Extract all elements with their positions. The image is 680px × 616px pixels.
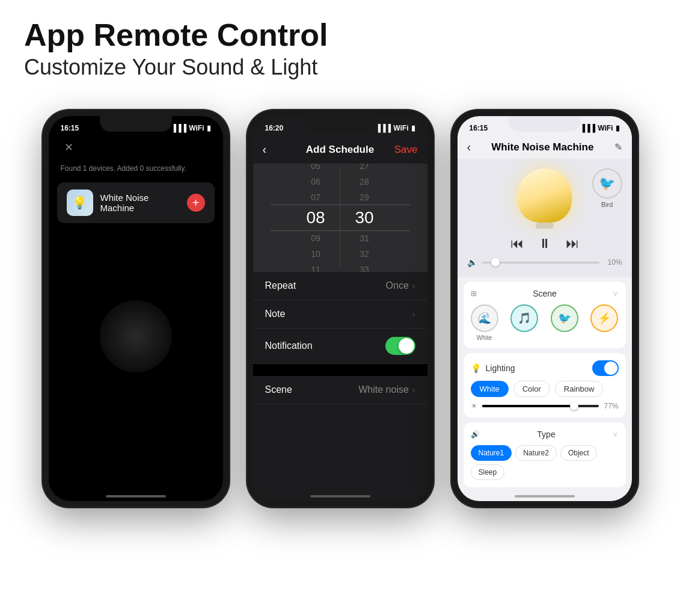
notch-2 [304, 116, 376, 132]
page-subtitle: Customize Your Sound & Light [24, 55, 656, 80]
min-29: 29 [340, 190, 388, 205]
signal-icon-2: ▐▐▐ [376, 124, 391, 132]
close-button[interactable]: ✕ [61, 139, 78, 156]
wifi-icon-2: WiFi [393, 124, 408, 132]
scene-label: Scene [265, 384, 359, 395]
repeat-chevron: › [412, 281, 415, 291]
notification-row[interactable]: Notification [253, 328, 427, 364]
back-button-2[interactable]: ‹ [263, 140, 272, 159]
type-buttons: Nature1 Nature2 Object Sleep [471, 445, 619, 480]
page-title: App Remote Control [24, 18, 656, 52]
dark-circle [100, 300, 172, 372]
color-buttons: White Color Rainbow [471, 381, 619, 397]
scene-white[interactable]: 🌊 White [471, 304, 498, 341]
home-indicator-3 [515, 495, 575, 497]
battery-icon: ▮ [207, 124, 211, 132]
phone-3: 16:15 ▐▐▐ WiFi ▮ ‹ White Noise Machine ✎ [452, 110, 638, 507]
volume-thumb [491, 258, 500, 266]
scene-3-icon: 🐦 [551, 304, 578, 332]
time-1: 16:15 [61, 124, 79, 132]
scene-white-label: White [477, 334, 492, 341]
phone3-screen: 16:15 ▐▐▐ WiFi ▮ ‹ White Noise Machine ✎ [458, 116, 632, 501]
lamp-base [536, 223, 554, 229]
scene-chevron: › [412, 385, 415, 395]
notch-1 [100, 116, 172, 132]
dark-area [49, 228, 223, 445]
edit-button[interactable]: ✎ [614, 141, 622, 153]
notification-label: Notification [265, 340, 385, 351]
signal-icon-3: ▐▐▐ [580, 124, 596, 132]
min-33: 33 [340, 262, 388, 272]
next-button[interactable]: ⏭ [566, 236, 579, 251]
brightness-row: ☀ 77% [471, 402, 619, 410]
prev-button[interactable]: ⏮ [510, 236, 524, 251]
repeat-row[interactable]: Repeat Once › [253, 272, 427, 300]
battery-icon-3: ▮ [616, 124, 620, 132]
phone-1-screen: 16:15 ▐▐▐ WiFi ▮ ✕ Found 1 devices. Adde… [49, 116, 223, 501]
scene-header: ⊞ Scene ∨ [471, 289, 619, 298]
scene-2[interactable]: 🎵 [510, 304, 538, 341]
phone1-nav: ✕ [49, 135, 223, 159]
save-button[interactable]: Save [394, 144, 418, 156]
scene-row[interactable]: Scene White noise › [253, 376, 427, 404]
phone-3-screen: 16:15 ▐▐▐ WiFi ▮ ‹ White Noise Machine ✎ [458, 116, 632, 501]
bird-label: Bird [601, 201, 613, 208]
type-nature1[interactable]: Nature1 [471, 445, 512, 461]
battery-icon-2: ▮ [411, 124, 415, 132]
color-color-button[interactable]: Color [513, 381, 550, 397]
device-item[interactable]: 💡 White Noise Machine + [57, 182, 215, 223]
lamp-image [518, 168, 572, 223]
notification-toggle[interactable] [385, 337, 415, 355]
home-indicator-2 [310, 495, 370, 497]
hour-picker[interactable]: 05 06 07 08 09 10 11 [292, 164, 340, 272]
type-section: 🔊 Type ∨ Nature1 Nature2 Object Sleep [464, 422, 626, 487]
pause-button[interactable]: ⏸ [538, 236, 551, 251]
section-sep [253, 364, 427, 376]
hour-08-selected: 08 [292, 206, 340, 230]
minute-picker[interactable]: 27 28 29 30 31 32 33 [340, 164, 388, 272]
volume-track[interactable] [482, 262, 599, 263]
type-label: Type [537, 430, 555, 439]
min-30-selected: 30 [340, 206, 388, 230]
time-3: 16:15 [470, 124, 488, 132]
scene-icons: 🌊 White 🎵 🐦 [471, 304, 619, 341]
scene-section-label: Scene [533, 289, 557, 298]
status-icons-2: ▐▐▐ WiFi ▮ [376, 124, 415, 132]
phone1-screen: 16:15 ▐▐▐ WiFi ▮ ✕ Found 1 devices. Adde… [49, 116, 223, 501]
color-white-button[interactable]: White [471, 381, 509, 397]
player-area: 🐦 Bird ⏮ ⏸ ⏭ 🔈 [458, 159, 632, 277]
brightness-track[interactable] [482, 405, 599, 407]
color-rainbow-button[interactable]: Rainbow [555, 381, 604, 397]
add-device-button[interactable]: + [187, 194, 205, 212]
brightness-thumb [570, 402, 578, 410]
lighting-toggle[interactable] [592, 360, 619, 376]
brightness-fill [482, 405, 570, 407]
phone2-screen: 16:20 ▐▐▐ WiFi ▮ ‹ Add Schedule Save [253, 116, 427, 501]
type-header: 🔊 Type ∨ [471, 430, 619, 439]
hour-07: 07 [292, 190, 340, 205]
discovery-message: Found 1 devices. Added 0 successfully. [49, 159, 223, 177]
signal-icon: ▐▐▐ [171, 124, 187, 132]
lighting-label: Lighting [486, 363, 587, 373]
time-picker[interactable]: 05 06 07 08 09 10 11 27 28 29 [253, 164, 427, 272]
player-controls: ⏮ ⏸ ⏭ [510, 236, 579, 251]
type-object[interactable]: Object [560, 445, 597, 461]
scene-3[interactable]: 🐦 [551, 304, 578, 341]
device-name: White Noise Machine [100, 192, 180, 213]
volume-icon: 🔈 [467, 257, 477, 267]
scene-4[interactable]: ⚡ [590, 304, 618, 341]
note-row[interactable]: Note › [253, 300, 427, 328]
schedule-nav: ‹ Add Schedule Save [253, 135, 427, 164]
note-label: Note [265, 309, 412, 319]
back-button-3[interactable]: ‹ [467, 140, 471, 154]
type-sleep[interactable]: Sleep [471, 464, 505, 480]
phone-2: 16:20 ▐▐▐ WiFi ▮ ‹ Add Schedule Save [247, 110, 433, 507]
hour-10: 10 [292, 247, 340, 261]
volume-row: 🔈 10% [467, 257, 622, 267]
status-icons-1: ▐▐▐ WiFi ▮ [171, 124, 211, 132]
phone-2-screen: 16:20 ▐▐▐ WiFi ▮ ‹ Add Schedule Save [253, 116, 427, 501]
repeat-label: Repeat [265, 280, 386, 291]
status-icons-3: ▐▐▐ WiFi ▮ [580, 124, 620, 132]
phone-1: 16:15 ▐▐▐ WiFi ▮ ✕ Found 1 devices. Adde… [43, 110, 229, 507]
type-nature2[interactable]: Nature2 [515, 445, 557, 461]
